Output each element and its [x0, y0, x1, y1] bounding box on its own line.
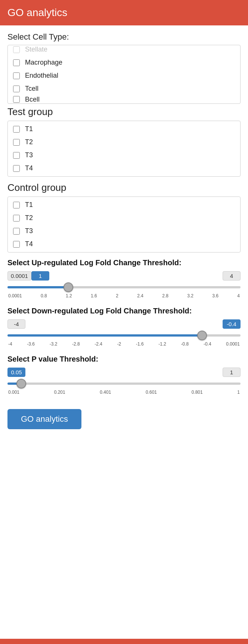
test-group-item-t2[interactable]: T2 [8, 136, 240, 149]
control-group-label-t2: T2 [25, 214, 33, 222]
control-group-label-t1: T1 [25, 201, 33, 209]
test-group-label: Test group [7, 106, 241, 118]
pvalue-max-box: 1 [223, 368, 241, 377]
upregulated-track [7, 282, 241, 292]
main-content: Select Cell Type: Stellate Macrophage En… [0, 25, 248, 639]
downregulated-ticks: -4 -3.6 -3.2 -2.8 -2.4 -2 -1.6 -1.2 -0.8… [7, 341, 241, 347]
cell-type-item-endothelial[interactable]: Endothelial [8, 69, 240, 82]
cell-type-checkbox-stellate[interactable] [13, 46, 20, 53]
cell-type-label-tcell: Tcell [25, 85, 38, 93]
cell-type-checkbox-bcell[interactable] [13, 96, 20, 103]
upregulated-values-row: 0.0001 1 4 [7, 271, 241, 281]
test-group-item-t1[interactable]: T1 [8, 123, 240, 136]
cell-type-label-stellate: Stellate [25, 46, 47, 53]
downregulated-section: Select Down-regulated Log Fold Change Th… [7, 306, 241, 347]
downregulated-title: Select Down-regulated Log Fold Change Th… [7, 306, 241, 316]
control-group-item-t4[interactable]: T4 [8, 238, 240, 251]
footer-bar [0, 639, 248, 644]
downregulated-current-box: -0.4 [223, 319, 241, 329]
pvalue-slider[interactable] [7, 383, 241, 385]
pvalue-current-box: 0.05 [7, 368, 25, 377]
test-group-checkbox-t4[interactable] [13, 165, 20, 172]
upregulated-title: Select Up-regulated Log Fold Change Thre… [7, 258, 241, 267]
cell-type-item-stellate[interactable]: Stellate [8, 45, 240, 56]
upregulated-min-box: 0.0001 [7, 271, 31, 281]
upregulated-section: Select Up-regulated Log Fold Change Thre… [7, 258, 241, 298]
pvalue-values-row: 0.05 1 [7, 368, 241, 377]
control-group-label: Control group [7, 182, 241, 193]
test-group-label-t4: T4 [25, 164, 33, 172]
cell-type-label: Select Cell Type: [7, 32, 241, 42]
app-title: GO analytics [7, 7, 67, 18]
cell-type-label-bcell: Bcell [25, 96, 40, 103]
cell-type-label-macrophage: Macrophage [25, 59, 62, 66]
upregulated-slider[interactable] [7, 286, 241, 288]
upregulated-current-box: 1 [31, 271, 49, 281]
test-group-item-t3[interactable]: T3 [8, 149, 240, 162]
pvalue-track [7, 378, 241, 389]
go-analytics-button[interactable]: GO analytics [7, 409, 81, 429]
cell-type-item-macrophage[interactable]: Macrophage [8, 56, 240, 69]
test-group-checkbox-t3[interactable] [13, 152, 20, 159]
test-group-label-t3: T3 [25, 151, 33, 159]
control-group-checkbox-t2[interactable] [13, 215, 20, 222]
control-group-checkbox-t1[interactable] [13, 202, 20, 208]
upregulated-max-box: 4 [223, 271, 241, 281]
cell-type-item-bcell[interactable]: Bcell [8, 95, 240, 103]
downregulated-values-row: -4 -0.4 [7, 319, 241, 329]
test-group-checkbox-t1[interactable] [13, 126, 20, 133]
pvalue-ticks: 0.001 0.201 0.401 0.601 0.801 1 [7, 390, 241, 395]
test-group-list: T1 T2 T3 T4 [7, 121, 241, 177]
control-group-item-t1[interactable]: T1 [8, 198, 240, 211]
app-header: GO analytics [0, 0, 248, 25]
control-group-list: T1 T2 T3 T4 [7, 196, 241, 253]
test-group-label-t2: T2 [25, 138, 33, 146]
downregulated-min-box: -4 [7, 319, 25, 329]
downregulated-slider[interactable] [7, 334, 241, 337]
control-group-checkbox-t4[interactable] [13, 241, 20, 248]
cell-type-list: Stellate Macrophage Endothelial Tcell Bc… [7, 45, 241, 104]
control-group-label-t3: T3 [25, 227, 33, 235]
pvalue-title: Select P value Threshold: [7, 354, 241, 364]
cell-type-label-endothelial: Endothelial [25, 72, 58, 80]
cell-type-checkbox-macrophage[interactable] [13, 59, 20, 66]
cell-type-checkbox-endothelial[interactable] [13, 72, 20, 79]
downregulated-track [7, 330, 241, 341]
control-group-label-t4: T4 [25, 240, 33, 248]
test-group-checkbox-t2[interactable] [13, 139, 20, 146]
test-group-item-t4[interactable]: T4 [8, 162, 240, 175]
upregulated-ticks: 0.0001 0.8 1.2 1.6 2 2.4 2.8 3.2 3.6 4 [7, 293, 241, 298]
control-group-item-t2[interactable]: T2 [8, 211, 240, 225]
control-group-checkbox-t3[interactable] [13, 228, 20, 235]
pvalue-section: Select P value Threshold: 0.05 1 0.001 0… [7, 354, 241, 395]
cell-type-item-tcell[interactable]: Tcell [8, 82, 240, 95]
test-group-label-t1: T1 [25, 125, 33, 133]
cell-type-checkbox-tcell[interactable] [13, 86, 20, 92]
control-group-item-t3[interactable]: T3 [8, 225, 240, 238]
